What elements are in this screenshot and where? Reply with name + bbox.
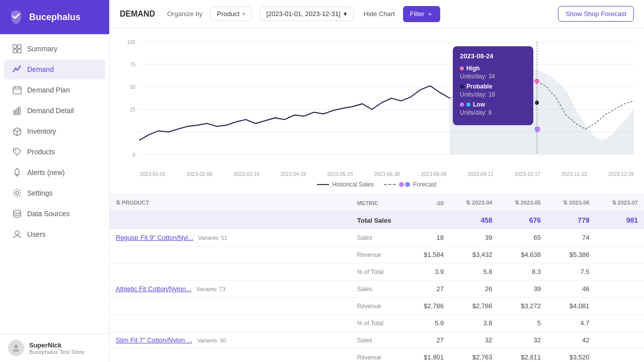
- sidebar-item-demand[interactable]: Demand: [4, 59, 105, 79]
- svg-point-20: [15, 231, 19, 235]
- total-2023-06: 779: [578, 216, 589, 224]
- chart-svg: 100 75 50 25 0: [120, 36, 634, 177]
- sidebar-demand-plan-label: Demand Plan: [27, 86, 70, 94]
- organize-by-label: Organize by: [167, 10, 202, 18]
- database-icon: [12, 209, 22, 219]
- tooltip-date: 2023-08-24: [460, 52, 526, 60]
- table-row: Slim Fit 7" Cotton/Nylon ... Variants: 6…: [110, 332, 644, 349]
- high-dot: [460, 66, 464, 70]
- variants-badge-1: Variants: 51: [198, 235, 227, 241]
- x-axis-labels: 2023-01-01 2023-02-06 2023-03-14 2023-04…: [140, 171, 634, 177]
- svg-rect-11: [14, 111, 15, 115]
- table-row: Athletic Fit Cotton/Nylon... Variants: 7…: [110, 281, 644, 298]
- logo-icon: [8, 9, 24, 25]
- svg-rect-13: [19, 107, 20, 115]
- sidebar-products-label: Products: [27, 148, 55, 156]
- table-row: Revenue $1,584 $3,432 $4,638 $5,386: [110, 246, 644, 263]
- svg-point-19: [14, 210, 21, 213]
- table-row: Revenue $1,901 $2,763 $2,811 $3,520: [110, 349, 644, 363]
- sidebar-item-alerts[interactable]: Alerts (new): [4, 162, 105, 183]
- sidebar-data-sources-label: Data Sources: [27, 210, 70, 218]
- low-dot-blue: [466, 103, 470, 107]
- col-2023-04-header[interactable]: ⇅ 2023-04: [450, 195, 499, 212]
- calendar-icon: [12, 85, 22, 95]
- tooltip-high-value: Units/day: 34: [460, 73, 526, 80]
- user-name: SuperNick: [29, 341, 85, 349]
- col-03-header: -03: [409, 195, 450, 212]
- filter-button[interactable]: Filter ＋: [403, 6, 440, 22]
- svg-text:0: 0: [132, 152, 135, 158]
- organize-by-dropdown[interactable]: Product ▾: [210, 7, 252, 21]
- filter-label: Filter: [410, 10, 425, 18]
- col-2023-06-header[interactable]: ⇅ 2023-06: [547, 195, 596, 212]
- total-label: Total Sales: [357, 217, 391, 224]
- product-name-2[interactable]: Athletic Fit Cotton/Nylon...: [116, 285, 191, 293]
- total-2023-07: 981: [626, 216, 638, 224]
- sidebar-summary-label: Summary: [27, 45, 57, 53]
- gear-icon: [12, 188, 22, 198]
- legend-historical-label: Historical Sales: [332, 181, 374, 188]
- tooltip-high: High Units/day: 34: [460, 65, 526, 80]
- svg-rect-3: [18, 49, 21, 53]
- sidebar-item-users[interactable]: Users: [4, 224, 105, 244]
- chart-area: 100 75 50 25 0: [110, 28, 644, 194]
- app-name: Bucephalus: [29, 12, 80, 23]
- low-dot-pink: [460, 103, 464, 107]
- sidebar-item-summary[interactable]: Summary: [4, 39, 105, 59]
- svg-rect-0: [13, 45, 17, 48]
- sidebar-item-demand-plan[interactable]: Demand Plan: [4, 80, 105, 100]
- sidebar-demand-label: Demand: [27, 65, 54, 73]
- total-sales-row: Total Sales 458 676 779 981: [110, 212, 644, 229]
- tooltip-probable-label: Probable: [466, 83, 492, 90]
- legend-historical: Historical Sales: [317, 181, 374, 188]
- col-2023-07-header[interactable]: ⇅ 2023-07: [595, 195, 644, 212]
- product-name-3[interactable]: Slim Fit 7" Cotton/Nylon ...: [116, 336, 192, 344]
- product-name-1[interactable]: Regular Fit 9" Cotton/Nyl...: [116, 234, 193, 241]
- svg-text:50: 50: [130, 84, 135, 90]
- forecast-dot-purple: [405, 182, 410, 187]
- tooltip-probable: Probable Units/day: 18: [460, 83, 526, 98]
- svg-text:100: 100: [127, 39, 135, 45]
- svg-point-18: [16, 192, 19, 195]
- sidebar-item-data-sources[interactable]: Data Sources: [4, 204, 105, 224]
- svg-point-5: [17, 69, 19, 71]
- sidebar-users-label: Users: [27, 230, 46, 238]
- col-product-header[interactable]: ⇅ PRODUCT: [110, 195, 351, 212]
- svg-rect-7: [13, 87, 21, 94]
- box-icon: [12, 126, 22, 136]
- user-icon: [12, 229, 22, 239]
- page-title: DEMAND: [120, 10, 155, 19]
- svg-point-21: [14, 345, 18, 348]
- sidebar-item-demand-detail[interactable]: Demand Detail: [4, 101, 105, 121]
- legend-forecast: Forecast: [384, 181, 437, 188]
- date-range-picker[interactable]: [2023-01-01, 2023-12-31] ▾: [260, 7, 353, 21]
- bell-icon: [12, 167, 22, 177]
- demand-table: ⇅ PRODUCT METRIC -03 ⇅ 2023-04 ⇅ 2023-05…: [110, 195, 644, 362]
- tooltip-low: Low Units/day: 8: [460, 101, 526, 116]
- table-row: % of Total 3.9 5.8 8.3 7.5: [110, 263, 644, 281]
- svg-point-17: [15, 150, 17, 151]
- user-profile[interactable]: SuperNick Bucephalus Test Store: [0, 333, 109, 362]
- svg-point-4: [15, 68, 17, 69]
- sidebar-logo: Bucephalus: [0, 0, 109, 34]
- show-shop-forecast-button[interactable]: Show Shop Forecast: [558, 6, 634, 22]
- hide-chart-button[interactable]: Hide Chart: [364, 10, 395, 18]
- filter-plus-icon: ＋: [427, 10, 433, 19]
- svg-line-14: [14, 130, 17, 132]
- chart-tooltip: 2023-08-24 High Units/day: 34 Probable U…: [453, 46, 533, 125]
- sidebar-item-inventory[interactable]: Inventory: [4, 121, 105, 141]
- data-table: ⇅ PRODUCT METRIC -03 ⇅ 2023-04 ⇅ 2023-05…: [110, 194, 644, 362]
- sidebar-item-settings[interactable]: Settings: [4, 183, 105, 203]
- col-2023-05-header[interactable]: ⇅ 2023-05: [498, 195, 547, 212]
- table-row: Revenue $2,786 $2,786 $3,272 $4,081: [110, 298, 644, 315]
- svg-text:75: 75: [130, 62, 135, 68]
- variants-badge-3: Variants: 60: [197, 337, 226, 343]
- svg-rect-12: [16, 109, 18, 115]
- sidebar-settings-label: Settings: [27, 189, 53, 197]
- forecast-dot-pink: [399, 182, 404, 187]
- chart-legend: Historical Sales Forecast: [120, 177, 634, 194]
- chart-line-icon: [12, 64, 22, 74]
- date-range-value: [2023-01-01, 2023-12-31]: [266, 10, 340, 18]
- tooltip-low-value: Units/day: 8: [460, 109, 526, 116]
- sidebar-item-products[interactable]: Products: [4, 142, 105, 162]
